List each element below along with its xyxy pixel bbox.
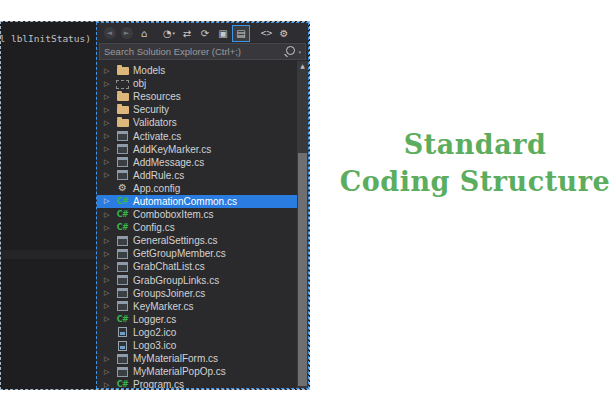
tree-item-grabgrouplinks-cs[interactable]: ▷GrabGroupLinks.cs: [97, 274, 297, 287]
expand-arrow-icon[interactable]: ▷: [104, 132, 115, 140]
csharp-icon: C#: [115, 223, 130, 232]
tree-item-label: Logo3.ico: [133, 340, 176, 351]
tree-item-automationcommon-cs[interactable]: ▷C#AutomationCommon.cs: [97, 195, 297, 208]
tree-item-app-config[interactable]: ⚙App.config: [97, 182, 297, 195]
expand-arrow-icon[interactable]: ▷: [104, 158, 115, 166]
tree-item-mymaterialpopop-cs[interactable]: ▷MyMaterialPopOp.cs: [97, 365, 297, 378]
solution-tree: ▷Models▷obj▷Resources▷Security▷Validator…: [97, 61, 297, 388]
tree-item-models[interactable]: ▷Models: [97, 64, 297, 77]
image-icon: [115, 341, 130, 351]
expand-arrow-icon[interactable]: ▷: [104, 171, 115, 179]
folder-icon: [115, 118, 130, 127]
expand-arrow-icon[interactable]: ▷: [104, 145, 115, 153]
sync-with-active-document-icon: ⇄: [183, 28, 191, 39]
tree-item-groupsjoiner-cs[interactable]: ▷GroupsJoiner.cs: [97, 287, 297, 300]
tree-item-security[interactable]: ▷Security: [97, 103, 297, 116]
tree-item-logger-cs[interactable]: ▷C#Logger.cs: [97, 313, 297, 326]
folder-icon: [115, 66, 130, 75]
tree-item-label: Program.cs: [133, 379, 184, 388]
expand-arrow-icon[interactable]: ▷: [104, 250, 115, 258]
tree-item-generalsettings-cs[interactable]: ▷GeneralSettings.cs: [97, 234, 297, 247]
expand-arrow-icon[interactable]: ▷: [104, 276, 115, 284]
expand-arrow-icon[interactable]: ▷: [104, 224, 115, 232]
tree-item-resources[interactable]: ▷Resources: [97, 90, 297, 103]
tree-item-label: Activate.cs: [133, 131, 181, 142]
code-fragment: al lblInitStatus): [0, 33, 91, 44]
expand-arrow-icon[interactable]: ▷: [104, 197, 115, 205]
forward-icon: ►: [121, 27, 133, 39]
scrollbar-thumb[interactable]: [298, 153, 307, 386]
tree-item-validators[interactable]: ▷Validators: [97, 116, 297, 129]
tree-item-comboboxitem-cs[interactable]: ▷C#ComboboxItem.cs: [97, 208, 297, 221]
expand-arrow-icon[interactable]: ▷: [104, 80, 115, 88]
search-options-caret-icon[interactable]: ▾: [298, 49, 301, 55]
show-all-files-icon: ▤: [236, 28, 245, 39]
tree-item-label: Logo2.ico: [133, 327, 176, 338]
folder-icon: [115, 92, 130, 101]
tree-item-addkeymarker-cs[interactable]: ▷AddKeyMarker.cs: [97, 143, 297, 156]
search-input[interactable]: Search Solution Explorer (Ctrl+;) ▾: [99, 43, 306, 60]
tree-item-label: Logger.cs: [133, 314, 176, 325]
tree-item-label: AddKeyMarker.cs: [133, 144, 211, 155]
tree-item-config-cs[interactable]: ▷C#Config.cs: [97, 221, 297, 234]
expand-arrow-icon[interactable]: ▷: [104, 106, 115, 114]
form-icon: [115, 249, 130, 259]
collapse-all-button[interactable]: ▣: [214, 26, 232, 41]
sync-with-active-document-button[interactable]: ⇄: [178, 26, 196, 41]
scrollbar-up-arrow-icon[interactable]: ▲: [297, 61, 308, 71]
tree-item-label: MyMaterialPopOp.cs: [133, 366, 226, 377]
search-icon[interactable]: [286, 46, 295, 55]
expand-arrow-icon[interactable]: ▷: [104, 381, 115, 388]
tree-item-label: GrabGroupLinks.cs: [133, 275, 219, 286]
captured-region: al lblInitStatus) ◄►⌂◔▾⇄⟳▣▤<>⚙ Search So…: [0, 21, 310, 390]
caption-line-2: Coding Structure: [336, 163, 614, 200]
home-icon: ⌂: [141, 28, 147, 39]
tree-item-label: GrabChatList.cs: [133, 261, 205, 272]
config-icon: ⚙: [115, 183, 130, 193]
properties-icon: ⚙: [280, 28, 289, 39]
code-editor: al lblInitStatus): [1, 22, 96, 389]
tree-scrollbar[interactable]: ▲: [297, 61, 308, 388]
expand-arrow-icon[interactable]: ▷: [104, 119, 115, 127]
expand-arrow-icon[interactable]: ▷: [104, 315, 115, 323]
tree-item-getgroupmember-cs[interactable]: ▷GetGroupMember.cs: [97, 247, 297, 260]
tree-item-label: GetGroupMember.cs: [133, 248, 226, 259]
expand-arrow-icon[interactable]: ▷: [104, 93, 115, 101]
caption-line-1: Standard: [336, 126, 614, 163]
caption: Standard Coding Structure: [336, 126, 614, 200]
editor-highlight-band: [1, 250, 96, 259]
tree-item-program-cs[interactable]: ▷C#Program.cs: [97, 378, 297, 388]
home-button[interactable]: ⌂: [135, 26, 153, 41]
expand-arrow-icon[interactable]: ▷: [104, 237, 115, 245]
csharp-icon: C#: [115, 315, 130, 324]
tree-item-mymaterialform-cs[interactable]: ▷MyMaterialForm.cs: [97, 352, 297, 365]
tree-item-label: AddRule.cs: [133, 170, 184, 181]
expand-arrow-icon[interactable]: ▷: [104, 355, 115, 363]
tree-item-label: AddMessage.cs: [133, 157, 204, 168]
expand-arrow-icon[interactable]: ▷: [104, 263, 115, 271]
tree-item-logo2-ico[interactable]: Logo2.ico: [97, 326, 297, 339]
tree-item-addrule-cs[interactable]: ▷AddRule.cs: [97, 169, 297, 182]
expand-arrow-icon[interactable]: ▷: [104, 67, 115, 75]
tree-item-label: App.config: [133, 183, 180, 194]
tree-item-keymarker-cs[interactable]: ▷KeyMarker.cs: [97, 300, 297, 313]
refresh-icon: ⟳: [201, 28, 209, 39]
pending-changes-filter-button[interactable]: ◔▾: [160, 26, 178, 41]
tree-item-activate-cs[interactable]: ▷Activate.cs: [97, 129, 297, 142]
expand-arrow-icon[interactable]: ▷: [104, 302, 115, 310]
expand-arrow-icon[interactable]: ▷: [104, 289, 115, 297]
back-icon: ◄: [104, 27, 116, 39]
show-all-files-button[interactable]: ▤: [232, 25, 250, 42]
view-code-icon: <>: [260, 29, 271, 38]
tree-item-logo3-ico[interactable]: Logo3.ico: [97, 339, 297, 352]
refresh-button[interactable]: ⟳: [196, 26, 214, 41]
view-code-button[interactable]: <>: [257, 26, 275, 41]
tree-item-label: Resources: [133, 91, 181, 102]
properties-button[interactable]: ⚙: [275, 26, 293, 41]
expand-arrow-icon[interactable]: ▷: [104, 368, 115, 376]
tree-item-addmessage-cs[interactable]: ▷AddMessage.cs: [97, 156, 297, 169]
tree-item-grabchatlist-cs[interactable]: ▷GrabChatList.cs: [97, 260, 297, 273]
expand-arrow-icon[interactable]: ▷: [104, 211, 115, 219]
tree-item-obj[interactable]: ▷obj: [97, 77, 297, 90]
form-icon: [115, 131, 130, 141]
